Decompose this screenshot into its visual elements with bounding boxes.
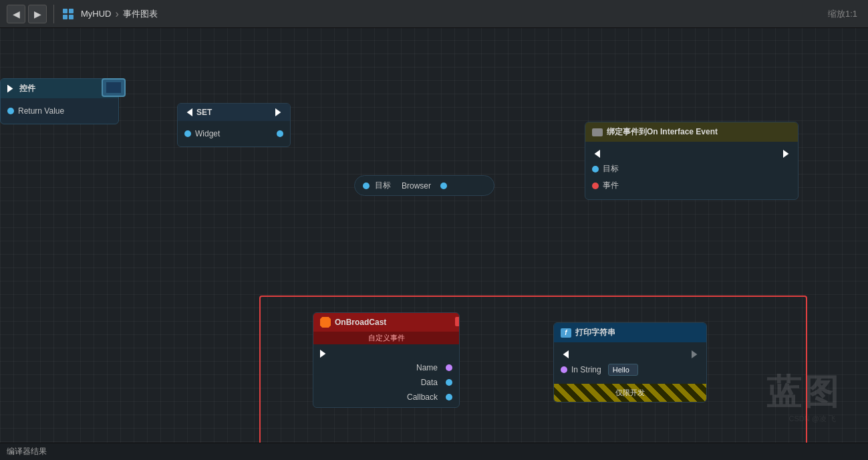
widget-node-header: 控件	[1, 79, 118, 98]
print-in-string-pin: In String	[554, 361, 706, 378]
bind-exec-in	[592, 150, 600, 158]
bind-event-header: 绑定事件到On Interface Event	[585, 122, 798, 142]
broadcast-name-dot	[446, 364, 452, 371]
print-in-string-input[interactable]	[608, 364, 638, 376]
back-icon: ◀	[13, 9, 20, 19]
return-value-label: Return Value	[18, 106, 64, 116]
set-node-title: SET	[196, 108, 212, 117]
widget-label: Widget	[195, 129, 220, 138]
bind-exec-pin	[585, 147, 798, 160]
zoom-label: 缩放1:1	[828, 8, 857, 20]
bind-target-pin: 目标	[585, 160, 798, 177]
print-node[interactable]: f 打印字符串 In String 仅限开发	[553, 322, 707, 402]
bind-exec-out	[783, 150, 791, 158]
breadcrumb-separator: ›	[116, 8, 119, 20]
broadcast-icon	[320, 317, 331, 328]
print-body: In String	[554, 342, 706, 384]
nav-back-button[interactable]: ◀	[7, 5, 25, 23]
bind-event-label: 事件	[603, 180, 619, 191]
return-value-pin: Return Value	[1, 104, 118, 118]
set-node[interactable]: SET Widget	[177, 103, 291, 147]
browser-target-dot	[363, 183, 370, 189]
browser-target-label: 目标	[375, 180, 391, 191]
nav-buttons: ◀ ▶	[7, 5, 76, 23]
print-dev-only-label: 仅限开发	[554, 384, 706, 402]
compiler-label: 编译器结果	[7, 446, 47, 457]
nav-divider	[53, 5, 54, 23]
browser-node[interactable]: 目标 Browser	[354, 175, 494, 196]
widget-dot	[184, 130, 191, 137]
bind-event-body: 目标 事件	[585, 142, 798, 199]
broadcast-red-indicator	[455, 317, 460, 326]
print-in-string-dot	[561, 366, 567, 373]
widget-out-dot	[277, 130, 283, 137]
broadcast-header: OnBroadCast	[313, 313, 459, 332]
broadcast-callback-pin: Callback	[313, 390, 459, 405]
widget-pin: Widget	[178, 126, 290, 141]
blueprint-canvas[interactable]: 控件 Return Value SET Widget 目标	[0, 28, 868, 443]
set-node-header: SET	[178, 104, 290, 121]
nav-forward-button[interactable]: ▶	[28, 5, 47, 23]
bind-event-node[interactable]: 绑定事件到On Interface Event 目标 事件	[585, 122, 799, 200]
monitor-icon	[102, 78, 126, 97]
bind-event-pin: 事件	[585, 177, 798, 194]
broadcast-callback-label: Callback	[407, 392, 438, 402]
broadcast-node[interactable]: OnBroadCast 自定义事件 Name Data Callback	[313, 312, 460, 408]
broadcast-name-pin: Name	[313, 360, 459, 375]
func-icon: f	[561, 328, 571, 338]
bind-event-icon	[592, 128, 603, 136]
breadcrumb: MyHUD › 事件图表	[81, 8, 158, 20]
print-exec-in	[561, 350, 569, 358]
topbar: ◀ ▶ MyHUD › 事件图表 缩放1:1	[0, 0, 868, 28]
breadcrumb-root[interactable]: MyHUD	[81, 9, 112, 19]
broadcast-subtitle: 自定义事件	[313, 332, 459, 344]
grid-view-icon	[61, 7, 76, 21]
broadcast-exec-pin	[313, 347, 459, 360]
broadcast-callback-dot	[446, 394, 452, 400]
broadcast-exec-out	[320, 350, 328, 358]
broadcast-body: Name Data Callback	[313, 344, 459, 407]
breadcrumb-current[interactable]: 事件图表	[123, 8, 158, 20]
bind-event-title: 绑定事件到On Interface Event	[607, 126, 718, 138]
widget-exec-pin-out	[7, 85, 15, 93]
print-exec-out	[692, 350, 700, 358]
print-exec-pin	[554, 348, 706, 361]
browser-node-body: 目标 Browser	[355, 176, 494, 195]
print-in-string-label: In String	[571, 365, 601, 374]
print-header: f 打印字符串	[554, 323, 706, 342]
broadcast-data-pin: Data	[313, 375, 459, 390]
widget-node-title: 控件	[19, 83, 35, 94]
bottombar: 编译器结果	[0, 443, 868, 460]
bind-target-label: 目标	[603, 163, 619, 175]
browser-label: Browser	[402, 181, 431, 191]
forward-icon: ▶	[34, 9, 41, 19]
set-node-body: Widget	[178, 121, 290, 146]
bind-target-dot	[592, 166, 599, 172]
broadcast-data-dot	[446, 379, 452, 386]
widget-node-body: Return Value	[1, 98, 118, 124]
return-value-dot	[7, 108, 14, 114]
broadcast-name-label: Name	[416, 363, 438, 372]
print-title: 打印字符串	[575, 327, 615, 338]
set-exec-out-icon	[275, 108, 283, 116]
browser-out-dot	[440, 183, 447, 189]
broadcast-title: OnBroadCast	[335, 318, 386, 327]
set-exec-in-icon	[184, 108, 192, 116]
broadcast-data-label: Data	[421, 378, 438, 387]
bind-event-dot	[592, 183, 599, 189]
